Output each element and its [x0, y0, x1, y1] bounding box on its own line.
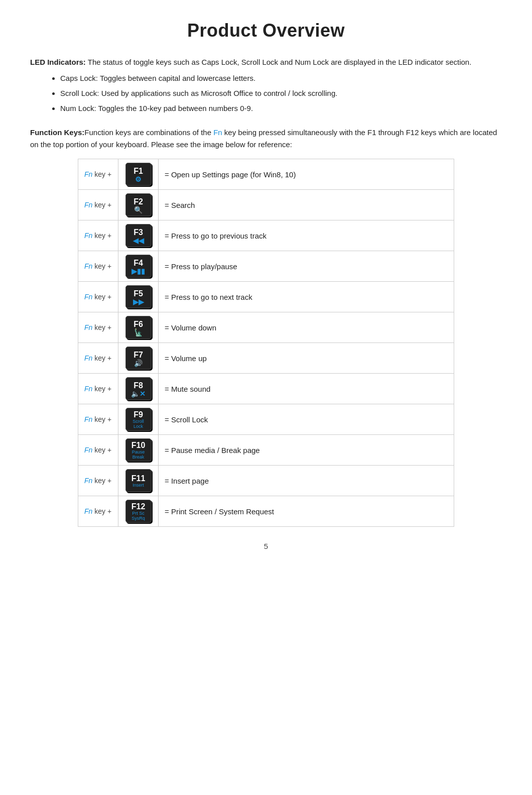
key-num: F3 [134, 228, 143, 237]
fn-key-cell: Fn key + [78, 496, 118, 527]
volume-down-icon: 🗽 [134, 329, 143, 336]
key-plus: key + [94, 507, 111, 515]
key-btn-f11: F11Insert [125, 469, 152, 492]
fn-label: Fn [84, 354, 92, 362]
key-button-cell: F2🔍 [118, 190, 159, 220]
key-button-cell: F11Insert [118, 466, 159, 496]
table-row: Fn key +F11Insert= Insert page [78, 466, 454, 496]
key-num: F7 [134, 351, 143, 360]
fn-key-cell: Fn key + [78, 312, 118, 343]
play-pause-icon: ▶▮▮ [131, 268, 145, 275]
key-button-cell: F12Prt ScSysRq [118, 496, 159, 527]
function-keys-table: Fn key +F1⚙= Open up Settings page (for … [78, 159, 454, 527]
volume-up-icon: 🔊 [134, 360, 143, 367]
led-section: LED Indicators: The status of toggle key… [30, 56, 502, 115]
key-sub-label: Insert [132, 483, 144, 488]
function-label: Function Keys: [30, 128, 84, 137]
fn-key-cell: Fn key + [78, 466, 118, 496]
fn-key-cell: Fn key + [78, 190, 118, 220]
fn-description: = Insert page [159, 466, 454, 496]
key-plus: key + [94, 446, 111, 454]
key-num: F12 [131, 502, 146, 511]
fn-label: Fn [84, 446, 92, 454]
list-item: Scroll Lock: Used by applications such a… [60, 87, 502, 99]
fn-key-cell: Fn key + [78, 374, 118, 404]
fn-label: Fn [84, 293, 92, 301]
led-label: LED Indicators: [30, 58, 86, 66]
fn-description: = Pause media / Break page [159, 435, 454, 466]
fn-key-cell: Fn key + [78, 343, 118, 374]
key-num: F10 [131, 441, 146, 450]
key-btn-f12: F12Prt ScSysRq [125, 500, 152, 523]
key-button-cell: F5▶▶ [118, 282, 159, 312]
key-button-cell: F9ScrollLock [118, 404, 159, 435]
function-section: Function Keys:Function keys are combinat… [30, 127, 502, 151]
list-item: Num Lock: Toggles the 10-key pad between… [60, 102, 502, 115]
fn-label: Fn [84, 507, 92, 515]
key-plus: key + [94, 293, 111, 301]
key-plus: key + [94, 262, 111, 270]
key-plus: key + [94, 477, 111, 485]
table-row: Fn key +F3◀◀= Press to go to previous tr… [78, 220, 454, 251]
fn-label: Fn [84, 201, 92, 209]
table-row: Fn key +F5▶▶= Press to go to next track [78, 282, 454, 312]
fn-key-cell: Fn key + [78, 251, 118, 282]
key-btn-f2: F2🔍 [125, 193, 152, 216]
search-icon: 🔍 [134, 206, 143, 213]
key-sub-label: Prt ScSysRq [131, 511, 145, 521]
fn-label: Fn [84, 170, 92, 178]
fn-label: Fn [84, 385, 92, 393]
table-row: Fn key +F10PauseBreak= Pause media / Bre… [78, 435, 454, 466]
fn-description: = Search [159, 190, 454, 220]
key-btn-f4: F4▶▮▮ [125, 255, 152, 278]
key-num: F9 [134, 410, 143, 419]
page-title: Product Overview [30, 20, 502, 41]
fn-description: = Volume up [159, 343, 454, 374]
key-plus: key + [94, 385, 111, 393]
fn-description: = Volume down [159, 312, 454, 343]
table-row: Fn key +F6🗽= Volume down [78, 312, 454, 343]
key-btn-f6: F6🗽 [125, 316, 152, 339]
key-num: F4 [134, 259, 143, 268]
key-plus: key + [94, 354, 111, 362]
prev-track-icon: ◀◀ [133, 237, 144, 244]
fn-label: Fn [84, 232, 92, 240]
key-btn-f9: F9ScrollLock [125, 408, 152, 431]
fn-description: = Press to play/pause [159, 251, 454, 282]
gear-icon: ⚙ [135, 176, 142, 183]
key-btn-f10: F10PauseBreak [125, 438, 152, 462]
key-num: F11 [131, 474, 146, 483]
fn-word: Fn [213, 128, 222, 137]
key-button-cell: F10PauseBreak [118, 435, 159, 466]
key-button-cell: F7🔊 [118, 343, 159, 374]
key-btn-f1: F1⚙ [125, 163, 152, 186]
fn-label: Fn [84, 415, 92, 423]
key-num: F6 [134, 320, 143, 329]
table-row: Fn key +F8🔈✕= Mute sound [78, 374, 454, 404]
fn-label: Fn [84, 323, 92, 331]
key-btn-f7: F7🔊 [125, 347, 152, 370]
fn-description: = Scroll Lock [159, 404, 454, 435]
key-plus: key + [94, 201, 111, 209]
fn-key-cell: Fn key + [78, 435, 118, 466]
key-num: F1 [134, 167, 143, 176]
key-num: F8 [134, 381, 143, 390]
fn-description: = Print Screen / System Request [159, 496, 454, 527]
table-row: Fn key +F1⚙= Open up Settings page (for … [78, 159, 454, 190]
key-plus: key + [94, 232, 111, 240]
key-button-cell: F8🔈✕ [118, 374, 159, 404]
table-row: Fn key +F4▶▮▮= Press to play/pause [78, 251, 454, 282]
key-button-cell: F4▶▮▮ [118, 251, 159, 282]
fn-label: Fn [84, 262, 92, 270]
fn-description: = Open up Settings page (for Win8, 10) [159, 159, 454, 190]
key-plus: key + [94, 170, 111, 178]
fn-key-cell: Fn key + [78, 282, 118, 312]
fn-key-cell: Fn key + [78, 159, 118, 190]
fn-description: = Mute sound [159, 374, 454, 404]
key-btn-f8: F8🔈✕ [125, 377, 152, 400]
key-button-cell: F3◀◀ [118, 220, 159, 251]
led-intro: LED Indicators: The status of toggle key… [30, 56, 502, 68]
table-row: Fn key +F7🔊= Volume up [78, 343, 454, 374]
key-num: F2 [134, 197, 143, 206]
key-button-cell: F6🗽 [118, 312, 159, 343]
